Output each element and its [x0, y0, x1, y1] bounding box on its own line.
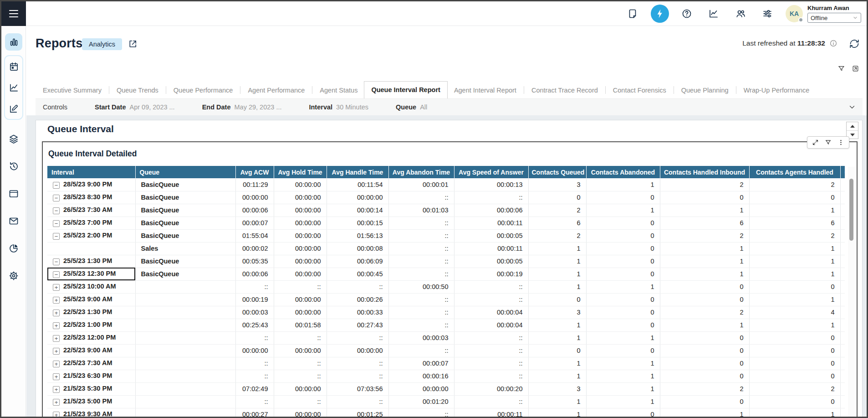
collapse-toggle[interactable]: − [53, 207, 60, 214]
collapse-toggle[interactable]: − [53, 233, 60, 240]
expand-toggle[interactable]: + [53, 348, 60, 355]
note-icon-button[interactable] [624, 5, 642, 23]
bolt-icon-button[interactable] [651, 5, 669, 23]
sidebar-item-canvas-edit[interactable] [9, 103, 19, 114]
tab-divider [736, 86, 736, 94]
expand-toggle[interactable]: + [53, 412, 60, 418]
expand-toggle[interactable]: + [53, 297, 60, 304]
sidebar-item-calendar[interactable] [9, 62, 19, 72]
value-cell: 6 [749, 217, 840, 229]
column-header-avg-hold-time[interactable]: Avg Hold Time [274, 166, 327, 178]
column-header-contacts-handled-inbound[interactable]: Contacts Handled Inbound [660, 166, 749, 178]
expand-icon[interactable] [812, 139, 819, 146]
expand-toggle[interactable]: + [53, 373, 60, 380]
layers-icon [8, 134, 19, 144]
value-cell: :: [235, 280, 274, 293]
tab-queue-trends[interactable]: Queue Trends [110, 83, 165, 98]
external-link-icon[interactable] [128, 39, 138, 49]
popout-icon[interactable] [852, 65, 859, 72]
agents-icon-button[interactable] [731, 5, 750, 23]
control-value: Apr 09, 2023 ... [130, 103, 175, 111]
clipped-cell [840, 395, 845, 408]
section-title: Queue Interval [47, 124, 114, 134]
column-header-interval[interactable]: Interval [47, 166, 135, 178]
expand-toggle[interactable]: + [53, 399, 60, 406]
control-end-date[interactable]: End DateMay 29, 2023 ... [202, 103, 282, 111]
table-row: +21/5/23 6:30 PM::::::00:00:16::1100 [47, 370, 845, 382]
settings-sliders-icon-button[interactable] [758, 5, 776, 23]
clipped-cell [840, 344, 845, 357]
metrics-icon [708, 8, 719, 19]
expand-toggle[interactable]: + [53, 335, 60, 342]
collapse-controls-chevron-icon[interactable] [848, 103, 856, 111]
tab-contract-trace-record[interactable]: Contract Trace Record [525, 83, 604, 98]
collapse-toggle[interactable]: − [53, 195, 60, 201]
refresh-icon[interactable] [849, 38, 860, 49]
visual-funnel-icon[interactable] [825, 139, 832, 146]
kebab-menu-icon[interactable] [837, 139, 844, 146]
column-header-co[interactable]: Co [840, 166, 845, 178]
value-cell: :: [454, 331, 528, 344]
info-icon[interactable] [829, 39, 837, 47]
value-cell: 00:00:06 [235, 204, 274, 217]
sidebar-item-reports-active[interactable] [5, 33, 22, 51]
tab-wrap-up-performance[interactable]: Wrap-Up Performance [737, 83, 816, 98]
tab-queue-planning[interactable]: Queue Planning [675, 83, 735, 98]
collapse-toggle[interactable]: − [53, 271, 60, 278]
queue-cell: BasicQueue [135, 217, 235, 229]
sidebar-item-history[interactable] [8, 161, 19, 172]
sidebar-item-mail[interactable] [8, 216, 19, 227]
collapse-toggle[interactable]: − [53, 258, 60, 265]
metrics-icon-button[interactable] [705, 5, 723, 23]
queue-cell [135, 280, 235, 293]
collapse-toggle[interactable]: − [53, 220, 60, 227]
column-header-contacts-queued[interactable]: Contacts Queued [528, 166, 586, 178]
value-cell: :: [388, 344, 454, 357]
funnel-icon[interactable] [837, 65, 845, 72]
column-header-avg-handle-time[interactable]: Avg Handle Time [327, 166, 388, 178]
sidebar-item-gear[interactable] [8, 270, 19, 281]
expand-toggle[interactable]: + [53, 284, 60, 291]
tab-queue-performance[interactable]: Queue Performance [167, 83, 240, 98]
control-start-date[interactable]: Start DateApr 09, 2023 ... [95, 103, 175, 111]
column-header-avg-acw[interactable]: Avg ACW [235, 166, 274, 178]
control-interval[interactable]: Interval30 Minutes [309, 103, 368, 111]
table-scrollbar-thumb[interactable] [849, 179, 853, 241]
column-header-contacts-abandoned[interactable]: Contacts Abandoned [586, 166, 660, 178]
value-cell: 1 [528, 319, 586, 331]
tab-agent-interval-report[interactable]: Agent Interval Report [448, 83, 523, 98]
interval-label: 22/5/23 1:30 PM [63, 308, 112, 315]
column-header-avg-speed-of-answer[interactable]: Avg Speed of Answer [454, 166, 528, 178]
interval-label: 22/5/23 12:00 PM [63, 334, 116, 341]
value-cell: :: [388, 255, 454, 268]
sidebar-group [4, 55, 23, 120]
tab-contact-forensics[interactable]: Contact Forensics [607, 83, 673, 98]
collapse-toggle[interactable]: − [53, 182, 60, 189]
column-header-queue[interactable]: Queue [135, 166, 235, 178]
tab-divider [524, 86, 524, 94]
tab-agent-performance[interactable]: Agent Performance [241, 83, 311, 98]
queue-cell [135, 319, 235, 331]
hamburger-menu-button[interactable] [1, 1, 26, 26]
sidebar-item-pages[interactable] [8, 188, 19, 199]
expand-toggle[interactable]: + [53, 322, 60, 329]
expand-toggle[interactable]: + [53, 361, 60, 367]
interval-cell: −25/5/23 1:30 PM [47, 255, 135, 268]
interval-label: 21/5/23 9:30 AM [63, 410, 112, 418]
tab-agent-status[interactable]: Agent Status [313, 83, 364, 98]
sidebar-item-line-chart[interactable] [9, 83, 19, 93]
column-header-contacts-agents-handled[interactable]: Contacts Agents Handled [749, 166, 840, 178]
value-cell: 1 [586, 395, 660, 408]
spinner-up-button[interactable] [847, 122, 858, 130]
expand-toggle[interactable]: + [53, 310, 60, 316]
status-select[interactable]: Offline [807, 13, 861, 23]
avatar[interactable]: KA [786, 5, 803, 22]
expand-toggle[interactable]: + [53, 386, 60, 393]
sidebar-item-layers[interactable] [8, 134, 19, 144]
tab-executive-summary[interactable]: Executive Summary [36, 83, 108, 98]
help-icon-button[interactable] [678, 5, 696, 23]
column-header-avg-abandon-time[interactable]: Avg Abandon Time [388, 166, 454, 178]
tab-queue-interval-report[interactable]: Queue Interval Report [364, 81, 447, 98]
sidebar-item-pie-chart[interactable] [8, 243, 19, 254]
control-queue[interactable]: QueueAll [396, 103, 427, 111]
